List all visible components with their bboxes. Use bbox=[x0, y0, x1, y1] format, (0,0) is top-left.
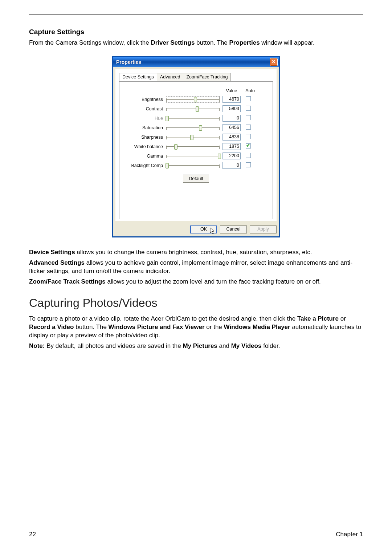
setting-label: Hue bbox=[124, 116, 163, 121]
text: or the bbox=[206, 324, 224, 330]
text-bold: My Pictures bbox=[183, 342, 217, 349]
text-bold: Take a Picture bbox=[297, 315, 339, 322]
tab-device-settings[interactable]: Device Settings bbox=[119, 73, 157, 81]
value-box: 0 bbox=[222, 162, 241, 169]
section-heading: Capture Settings bbox=[29, 28, 363, 36]
text: allows you to change the camera brightne… bbox=[77, 249, 312, 256]
text-bold: Zoom/Face Track Settings bbox=[29, 278, 106, 285]
setting-row-saturation: Saturation6456 bbox=[124, 124, 268, 132]
page-number: 22 bbox=[29, 531, 36, 538]
text-bold: Note: bbox=[29, 342, 45, 349]
auto-checkbox[interactable] bbox=[246, 153, 251, 158]
text: button. The bbox=[196, 39, 229, 46]
section-intro: From the Camera Settings window, click t… bbox=[29, 39, 363, 47]
slider-thumb bbox=[166, 116, 169, 121]
setting-label: Sharpness bbox=[124, 135, 163, 140]
auto-checkbox[interactable] bbox=[246, 115, 251, 120]
para-device-settings: Device Settings allows you to change the… bbox=[29, 248, 363, 257]
text-bold: My Videos bbox=[231, 342, 262, 349]
setting-row-brightness: Brightness4670 bbox=[124, 95, 268, 103]
text-bold: Windows Media Player bbox=[224, 324, 290, 330]
setting-row-hue: Hue0 bbox=[124, 114, 268, 122]
value-box: 6456 bbox=[222, 124, 241, 131]
slider[interactable] bbox=[166, 143, 220, 150]
auto-checkbox[interactable] bbox=[246, 134, 251, 139]
setting-row-sharpness: Sharpness4838 bbox=[124, 133, 268, 141]
para-zoom-face-track: Zoom/Face Track Settings allows you to a… bbox=[29, 278, 363, 286]
value-box: 1875 bbox=[222, 143, 241, 150]
cancel-button[interactable]: Cancel bbox=[220, 225, 247, 233]
slider-thumb[interactable] bbox=[196, 106, 199, 112]
value-box: 2200 bbox=[222, 152, 241, 159]
tab-body: Value Auto Brightness4670Contrast5803Hue… bbox=[119, 81, 273, 219]
setting-label: White balance bbox=[124, 144, 163, 149]
text: and bbox=[219, 342, 231, 349]
setting-row-contrast: Contrast5803 bbox=[124, 105, 268, 113]
slider[interactable] bbox=[166, 134, 220, 141]
auto-checkbox[interactable] bbox=[246, 125, 251, 130]
setting-row-gamma: Gamma2200 bbox=[124, 152, 268, 160]
text: allows you to adjust the zoom level and … bbox=[107, 278, 320, 285]
setting-label: Contrast bbox=[124, 106, 163, 111]
close-icon[interactable]: × bbox=[270, 58, 278, 66]
slider-thumb[interactable] bbox=[194, 97, 197, 102]
tab-advanced[interactable]: Advanced bbox=[157, 73, 184, 81]
auto-checkbox[interactable] bbox=[246, 143, 251, 149]
slider[interactable] bbox=[166, 125, 220, 131]
text: By default, all photos and videos are sa… bbox=[46, 342, 183, 349]
window-title: Properties bbox=[116, 59, 141, 65]
default-button[interactable]: Default bbox=[183, 175, 209, 183]
text: folder. bbox=[263, 342, 280, 349]
text-bold: Windows Picture and Fax Viewer bbox=[109, 324, 205, 330]
text: or bbox=[340, 315, 346, 322]
tab-strip: Device Settings Advanced Zoom/Face Track… bbox=[119, 73, 273, 81]
setting-label: Backlight Comp bbox=[124, 163, 163, 168]
value-box: 5803 bbox=[222, 105, 241, 112]
setting-label: Gamma bbox=[124, 154, 163, 159]
para-note: Note: By default, all photos and videos … bbox=[29, 342, 363, 350]
properties-window: Properties × Device Settings Advanced Zo… bbox=[112, 56, 280, 237]
text: From the Camera Settings window, click t… bbox=[29, 39, 151, 46]
text-bold: Device Settings bbox=[29, 249, 75, 256]
tab-zoom-face-tracking[interactable]: Zoom/Face Tracking bbox=[183, 73, 231, 81]
setting-label: Brightness bbox=[124, 97, 163, 102]
slider[interactable] bbox=[166, 106, 220, 112]
setting-label: Saturation bbox=[124, 125, 163, 130]
client-area: Device Settings Advanced Zoom/Face Track… bbox=[115, 69, 277, 221]
titlebar[interactable]: Properties × bbox=[113, 57, 279, 67]
setting-row-white-balance: White balance1875 bbox=[124, 143, 268, 151]
text-bold: Advanced Settings bbox=[29, 259, 85, 266]
heading-capturing: Capturing Photos/Videos bbox=[29, 296, 363, 310]
slider bbox=[166, 115, 220, 122]
auto-checkbox[interactable] bbox=[246, 96, 251, 101]
header-value: Value bbox=[222, 88, 241, 93]
ok-button[interactable]: OK bbox=[190, 225, 217, 233]
bottom-rule bbox=[29, 527, 363, 527]
para-advanced-settings: Advanced Settings allows you to achieve … bbox=[29, 259, 363, 276]
chapter-label: Chapter 1 bbox=[336, 531, 363, 538]
slider-thumb[interactable] bbox=[218, 154, 221, 159]
slider-thumb[interactable] bbox=[199, 125, 202, 131]
auto-checkbox[interactable] bbox=[246, 106, 251, 111]
value-box: 4838 bbox=[222, 134, 241, 141]
slider-thumb[interactable] bbox=[190, 135, 193, 140]
slider[interactable] bbox=[166, 96, 220, 103]
value-box: 4670 bbox=[222, 96, 241, 103]
slider[interactable] bbox=[166, 153, 220, 159]
column-headers: Value Auto bbox=[124, 88, 268, 93]
slider-thumb[interactable] bbox=[166, 163, 169, 168]
apply-button: Apply bbox=[250, 225, 277, 233]
text-bold: Properties bbox=[229, 39, 260, 46]
setting-row-backlight-comp: Backlight Comp0 bbox=[124, 162, 268, 170]
text: button. The bbox=[75, 324, 108, 330]
para-capturing: To capture a photo or a video clip, rota… bbox=[29, 315, 363, 340]
slider[interactable] bbox=[166, 162, 220, 169]
header-auto: Auto bbox=[244, 88, 257, 93]
dialog-buttons: OK Cancel Apply bbox=[113, 223, 279, 236]
auto-checkbox[interactable] bbox=[246, 162, 251, 167]
text-bold: Driver Settings bbox=[151, 39, 195, 46]
slider-thumb[interactable] bbox=[174, 144, 177, 150]
text: To capture a photo or a video clip, rota… bbox=[29, 315, 297, 322]
ok-label: OK bbox=[200, 227, 207, 232]
value-box: 0 bbox=[222, 115, 241, 122]
